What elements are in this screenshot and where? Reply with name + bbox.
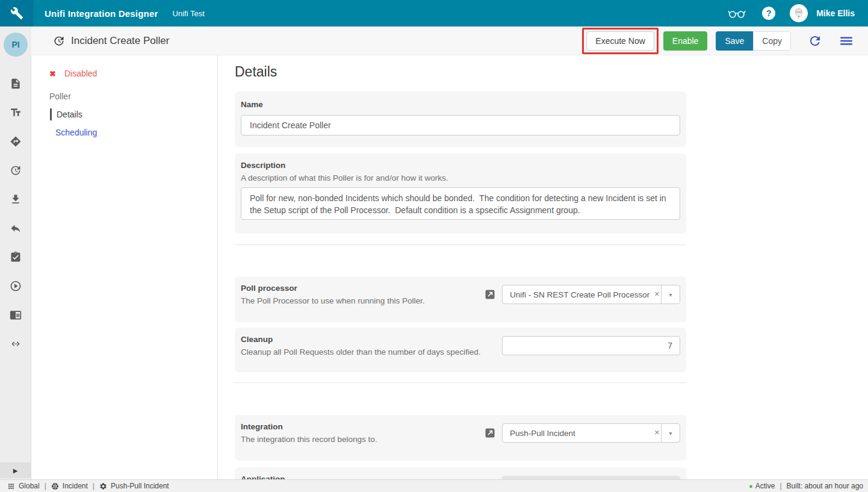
open-record-icon[interactable] [485, 290, 495, 299]
record-title: Incident Create Poller [71, 35, 169, 47]
scope-label: Global [19, 482, 40, 490]
description-label: Description [241, 161, 680, 170]
record-initials-avatar[interactable]: PI [4, 33, 28, 57]
page-title: Details [235, 64, 868, 80]
integration-text: Integration The integration this record … [241, 422, 485, 453]
poller-update-icon [53, 35, 65, 47]
cleanup-input[interactable] [502, 336, 680, 355]
application-text: Application [241, 475, 502, 479]
built-timestamp: Built: about an hour ago [787, 482, 863, 490]
description-textarea[interactable]: Poll for new, non-bonded Incidents which… [241, 187, 680, 220]
nav-section-poller: Poller [49, 92, 217, 101]
code-icon[interactable] [10, 338, 22, 350]
rail-expand-button[interactable]: ▶ [0, 462, 31, 478]
cleanup-field-card: Cleanup Cleanup all Poll Requests older … [235, 328, 686, 372]
poll-processor-controls: Unifi - SN REST Create Poll Processor ✕ … [485, 284, 680, 315]
poll-processor-select[interactable]: Unifi - SN REST Create Poll Processor ✕ … [502, 285, 680, 304]
icon-rail: ▶ [0, 55, 31, 479]
integration-label: Integration [241, 422, 485, 431]
menu-button[interactable] [839, 34, 854, 48]
environment-name: Unifi Test [173, 9, 205, 18]
download-icon[interactable] [10, 193, 22, 205]
poll-processor-selected-text: Unifi - SN REST Create Poll Processor [510, 290, 649, 299]
record-status: ✖ Disabled [49, 69, 217, 78]
statusbar-right: ● Active | Built: about an hour ago [749, 482, 863, 490]
integration-controls: Push-Pull Incident ✕ ▾ [485, 422, 680, 453]
integration-select[interactable]: Push-Pull Incident ✕ ▾ [502, 423, 680, 443]
separator: | [93, 482, 95, 490]
record-type-item[interactable]: Incident [51, 482, 88, 490]
apps-grid-icon [7, 482, 15, 490]
description-field-card: Description A description of what this P… [235, 154, 686, 234]
poll-processor-help: The Poll Processor to use when running t… [241, 296, 485, 305]
integration-selected-text: Push-Pull Incident [510, 429, 575, 438]
save-copy-group: Save Copy [716, 31, 791, 51]
undo-icon[interactable] [10, 222, 22, 234]
reader-book-icon[interactable] [10, 309, 22, 321]
record-nav-panel: ✖ Disabled Poller Details Scheduling [31, 55, 218, 479]
app-window: Unifi Integration Designer Unifi Test ? … [0, 0, 868, 492]
enable-button[interactable]: Enable [663, 31, 708, 51]
record-toolbar: Incident Create Poller Execute Now Enabl… [0, 26, 868, 55]
cleanup-help: Cleanup all Poll Requests older than the… [241, 347, 502, 357]
cleanup-controls [502, 335, 680, 365]
dropdown-caret-icon[interactable]: ▾ [661, 424, 680, 442]
nav-item-scheduling[interactable]: Scheduling [55, 128, 217, 137]
expand-arrow-icon: ▶ [13, 467, 18, 474]
cleanup-text: Cleanup Cleanup all Poll Requests older … [241, 335, 502, 365]
execute-now-button[interactable]: Execute Now [586, 31, 654, 51]
dropdown-caret-icon[interactable]: ▾ [661, 285, 680, 304]
clear-selection-icon[interactable]: ✕ [654, 290, 660, 298]
record-title-wrap: Incident Create Poller [53, 35, 169, 47]
open-record-icon[interactable] [485, 428, 495, 438]
record-status-label: Disabled [64, 69, 97, 78]
gear-icon [99, 482, 107, 490]
app-logo[interactable] [0, 0, 34, 26]
play-circle-icon[interactable] [10, 280, 22, 292]
integration-field-card: Integration The integration this record … [235, 415, 686, 461]
avatar-face-icon [791, 5, 807, 21]
document-icon[interactable] [10, 78, 22, 90]
text-format-icon[interactable] [10, 107, 22, 119]
poll-processor-label: Poll processor [241, 284, 485, 293]
poll-processor-field-card: Poll processor The Poll Processor to use… [235, 276, 686, 322]
refresh-icon [808, 34, 822, 48]
scope-item[interactable]: Global [7, 482, 40, 490]
top-bar: Unifi Integration Designer Unifi Test ? … [0, 0, 868, 26]
integration-value[interactable]: Push-Pull Incident ✕ [503, 424, 661, 442]
separator: | [45, 482, 46, 490]
clear-selection-icon[interactable]: ✕ [654, 429, 660, 437]
save-button[interactable]: Save [716, 31, 753, 51]
application-readonly-field [502, 476, 680, 479]
poll-processor-text: Poll processor The Poll Processor to use… [241, 284, 485, 315]
refresh-button[interactable] [808, 34, 822, 48]
help-icon[interactable]: ? [762, 7, 775, 20]
active-state-label: Active [755, 482, 775, 490]
active-dot-icon: ● [749, 482, 753, 490]
record-type-label: Incident [63, 482, 88, 490]
main-content: Details Name Description A description o… [218, 55, 868, 479]
tasks-clipboard-icon[interactable] [10, 251, 22, 263]
poll-processor-value[interactable]: Unifi - SN REST Create Poll Processor ✕ [503, 285, 661, 304]
status-bar: Global | Incident | Push-Pull Incident ●… [0, 479, 868, 492]
wrench-icon [10, 7, 23, 20]
divider [235, 244, 686, 245]
description-help: A description of what this Poller is for… [241, 173, 680, 182]
copy-button[interactable]: Copy [753, 31, 791, 51]
directions-icon[interactable] [10, 135, 22, 148]
nav-item-details[interactable]: Details [50, 108, 217, 120]
application-label: Application [241, 475, 502, 479]
user-avatar[interactable] [790, 4, 808, 22]
cleanup-label: Cleanup [241, 335, 502, 344]
glasses-icon[interactable] [726, 6, 748, 20]
disabled-x-icon: ✖ [49, 69, 56, 78]
incident-wheel-icon [51, 482, 59, 490]
name-input[interactable] [241, 115, 680, 135]
topbar-actions: ? Mike Ellis [719, 4, 868, 22]
application-field-card: Application [235, 467, 686, 479]
update-clock-icon[interactable] [10, 164, 22, 176]
application-controls [502, 475, 680, 479]
integration-label: Push-Pull Incident [111, 482, 169, 490]
integration-item[interactable]: Push-Pull Incident [99, 482, 169, 490]
name-field-card: Name [235, 92, 686, 147]
